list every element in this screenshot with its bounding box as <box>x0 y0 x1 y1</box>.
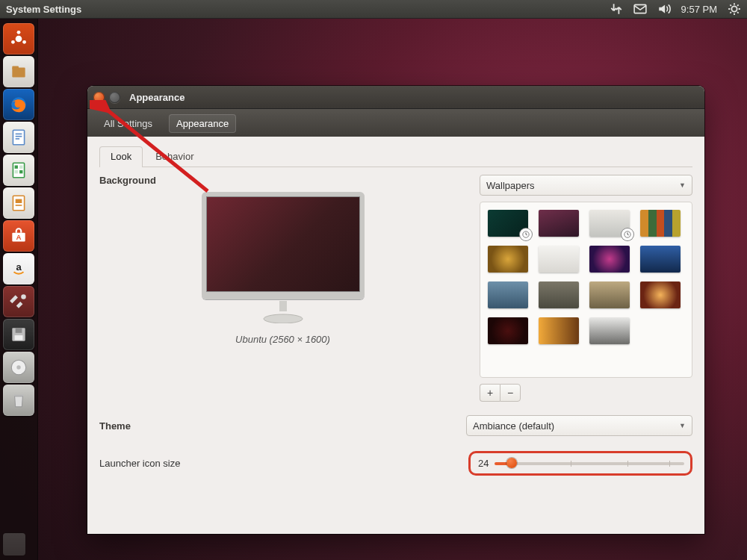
svg-rect-14 <box>15 166 18 169</box>
wallpaper-thumb[interactable] <box>640 210 681 237</box>
selected-check-icon <box>622 228 633 240</box>
window-titlebar[interactable]: Appearance <box>87 86 704 109</box>
window-content: Look Behavior Background Ubuntu (2560 × … <box>87 137 704 534</box>
svg-rect-7 <box>12 66 19 69</box>
launcher-item-disc[interactable] <box>3 352 34 383</box>
svg-rect-10 <box>16 134 22 135</box>
svg-rect-16 <box>15 170 18 173</box>
launcher-item-amazon[interactable]: a <box>3 253 34 284</box>
svg-point-3 <box>17 31 21 34</box>
svg-point-2 <box>16 36 22 43</box>
clock[interactable]: 9:57 PM <box>681 2 717 16</box>
theme-row: Theme Ambiance (default) ▼ <box>99 415 692 436</box>
svg-rect-11 <box>16 136 22 137</box>
appearance-window: Appearance All Settings Appearance Look … <box>87 86 704 534</box>
launcher-icon-size-row: Launcher icon size 24 <box>99 451 692 476</box>
launcher-icon-size-value: 24 <box>478 458 489 469</box>
wallpapers-combo-label: Wallpapers <box>486 180 535 191</box>
session-gear-icon[interactable] <box>728 2 741 16</box>
svg-rect-20 <box>16 205 22 206</box>
wallpaper-thumb[interactable] <box>539 210 579 237</box>
wallpaper-thumb[interactable] <box>488 210 528 237</box>
svg-rect-19 <box>16 199 22 203</box>
wallpaper-thumb[interactable] <box>640 281 681 308</box>
svg-text:A: A <box>16 233 21 241</box>
tab-row: Look Behavior <box>99 146 692 167</box>
wallpaper-thumb[interactable] <box>488 317 528 344</box>
wallpaper-remove-button[interactable]: − <box>500 384 521 402</box>
chevron-down-icon: ▼ <box>679 181 686 189</box>
launcher-item-calc[interactable] <box>3 155 34 186</box>
monitor-stand-icon <box>261 301 306 323</box>
tab-look[interactable]: Look <box>99 146 143 167</box>
wallpaper-thumb[interactable] <box>488 246 528 273</box>
launcher-item-trash[interactable] <box>3 385 34 416</box>
svg-rect-26 <box>16 328 22 333</box>
wallpapers-panel: Wallpapers ▼ + − <box>480 175 692 402</box>
annotation-highlight-box: 24 <box>468 451 692 476</box>
wallpaper-thumb[interactable] <box>589 246 630 273</box>
launcher-item-writer[interactable] <box>3 122 34 153</box>
window-title: Appearance <box>129 92 185 103</box>
wallpaper-thumb[interactable] <box>589 210 630 237</box>
svg-rect-15 <box>19 166 22 169</box>
wallpaper-thumb[interactable] <box>640 246 681 273</box>
background-section: Background Ubuntu (2560 × 1600) <box>99 175 466 345</box>
svg-rect-30 <box>14 394 24 396</box>
window-minimize-button[interactable] <box>109 92 120 103</box>
selected-check-icon <box>520 228 532 240</box>
svg-point-24 <box>21 294 26 299</box>
breadcrumb-appearance[interactable]: Appearance <box>169 114 236 133</box>
window-toolbar: All Settings Appearance <box>87 109 704 138</box>
wallpaper-thumbnail-grid <box>480 202 692 378</box>
menubar-title: System Settings <box>6 4 81 15</box>
launcher-item-dash[interactable] <box>3 23 34 55</box>
svg-rect-12 <box>16 138 19 140</box>
network-icon[interactable] <box>610 2 623 16</box>
volume-icon[interactable] <box>657 2 671 16</box>
svg-point-31 <box>264 314 303 323</box>
wallpaper-thumb[interactable] <box>539 317 579 344</box>
svg-rect-0 <box>634 4 646 13</box>
wallpapers-source-combo[interactable]: Wallpapers ▼ <box>480 175 692 196</box>
launcher-item-settings[interactable] <box>3 286 34 317</box>
svg-point-1 <box>731 6 737 11</box>
launcher-item-software[interactable]: A <box>3 220 34 252</box>
mail-icon[interactable] <box>633 2 647 16</box>
svg-point-5 <box>22 40 26 44</box>
wallpaper-add-remove: + − <box>480 384 692 402</box>
wallpaper-thumb[interactable] <box>589 281 630 308</box>
theme-combo[interactable]: Ambiance (default) ▼ <box>466 415 692 436</box>
theme-value: Ambiance (default) <box>473 420 554 432</box>
tab-behavior[interactable]: Behavior <box>144 146 205 167</box>
top-menubar: System Settings 9:57 PM <box>0 0 747 19</box>
background-preview-monitor <box>202 192 365 299</box>
slider-thumb[interactable] <box>506 458 517 468</box>
breadcrumb-all-settings[interactable]: All Settings <box>96 114 160 133</box>
launcher-item-files[interactable] <box>3 56 34 87</box>
launcher-item-firefox[interactable] <box>3 89 34 120</box>
background-caption: Ubuntu (2560 × 1600) <box>235 334 330 345</box>
svg-rect-9 <box>13 130 24 145</box>
launcher-item-impress[interactable] <box>3 187 34 219</box>
svg-rect-17 <box>19 170 22 173</box>
window-close-button[interactable] <box>93 92 105 103</box>
wallpaper-thumb[interactable] <box>589 317 630 344</box>
unity-launcher: Aa <box>0 19 38 560</box>
launcher-icon-size-label: Launcher icon size <box>99 458 180 469</box>
wallpaper-thumb[interactable] <box>539 246 579 273</box>
launcher-icon-size-slider[interactable] <box>495 462 684 465</box>
theme-label: Theme <box>99 420 131 432</box>
wallpaper-thumb[interactable] <box>539 281 579 308</box>
svg-point-4 <box>11 40 15 44</box>
svg-text:a: a <box>16 261 22 273</box>
background-label: Background <box>99 175 466 186</box>
chevron-down-icon: ▼ <box>679 422 686 429</box>
svg-point-29 <box>16 365 20 369</box>
svg-rect-27 <box>15 335 23 340</box>
launcher-item-floppy[interactable] <box>3 319 34 350</box>
wallpaper-thumb[interactable] <box>488 281 528 308</box>
wallpaper-add-button[interactable]: + <box>480 384 500 402</box>
